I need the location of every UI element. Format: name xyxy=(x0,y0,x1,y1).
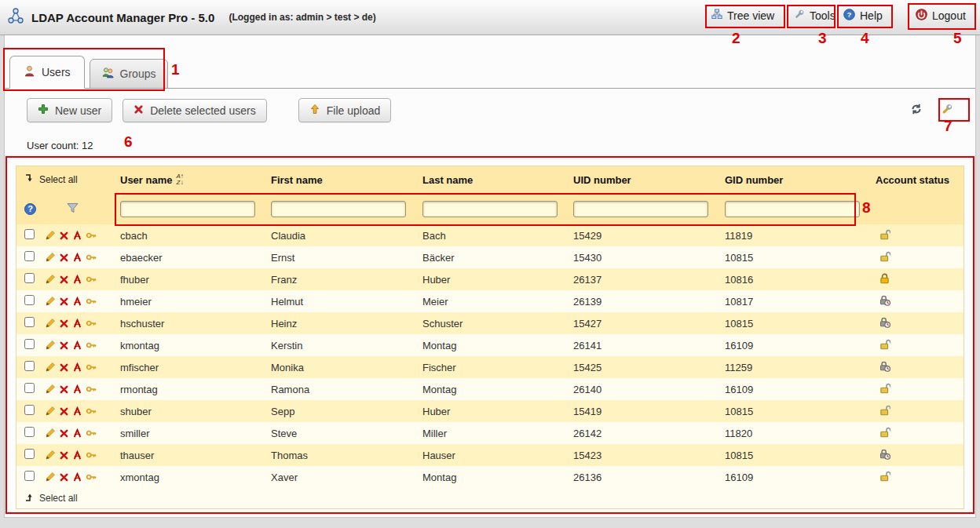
row-checkbox[interactable] xyxy=(24,251,35,261)
key-icon[interactable] xyxy=(86,384,97,395)
delete-icon[interactable] xyxy=(59,384,69,395)
pdf-icon[interactable] xyxy=(72,362,82,373)
expired-icon[interactable] xyxy=(879,448,890,460)
filter-input-last-name[interactable] xyxy=(422,201,558,217)
delete-icon[interactable] xyxy=(59,362,69,373)
logout-button[interactable]: Logout xyxy=(916,9,966,23)
expired-icon[interactable] xyxy=(879,360,890,372)
delete-icon[interactable] xyxy=(59,231,69,241)
key-icon[interactable] xyxy=(86,450,97,461)
pencil-icon[interactable] xyxy=(45,450,56,461)
unlocked-icon[interactable] xyxy=(879,470,890,482)
row-checkbox[interactable] xyxy=(24,361,35,371)
pdf-icon[interactable] xyxy=(72,384,82,395)
unlocked-icon[interactable] xyxy=(879,382,890,394)
pdf-icon[interactable] xyxy=(72,319,82,329)
row-checkbox[interactable] xyxy=(24,339,35,349)
filter-input-first-name[interactable] xyxy=(271,201,406,217)
row-checkbox[interactable] xyxy=(24,383,35,393)
question-icon[interactable]: ? xyxy=(24,203,36,215)
filter-input-gid-number[interactable] xyxy=(725,201,860,217)
unlocked-icon[interactable] xyxy=(879,228,890,240)
locked-icon[interactable] xyxy=(879,272,890,284)
pencil-icon[interactable] xyxy=(45,406,56,417)
row-checkbox[interactable] xyxy=(24,449,35,459)
cell-account-status xyxy=(876,228,964,242)
filter-input-uid-number[interactable] xyxy=(573,201,708,217)
key-icon[interactable] xyxy=(86,274,97,285)
delete-icon[interactable] xyxy=(59,253,69,263)
pdf-icon[interactable] xyxy=(72,472,82,482)
pencil-icon[interactable] xyxy=(45,384,56,395)
unlocked-icon[interactable] xyxy=(879,250,890,262)
delete-icon[interactable] xyxy=(59,450,69,461)
select-all-bottom[interactable]: Select all xyxy=(16,488,964,508)
tab-users[interactable]: Users xyxy=(9,56,85,89)
column-header-user-name-label: User name xyxy=(120,174,172,186)
key-icon[interactable] xyxy=(86,340,97,351)
row-checkbox[interactable] xyxy=(24,295,35,305)
row-checkbox[interactable] xyxy=(24,405,35,415)
pencil-icon[interactable] xyxy=(45,296,56,307)
delete-icon[interactable] xyxy=(59,406,69,417)
row-checkbox[interactable] xyxy=(24,273,35,283)
delete-icon[interactable] xyxy=(59,428,69,439)
tab-groups[interactable]: Groups xyxy=(90,59,169,89)
key-icon[interactable] xyxy=(86,472,97,482)
delete-icon[interactable] xyxy=(59,340,69,351)
pdf-icon[interactable] xyxy=(72,428,82,439)
select-all-top[interactable]: Select all xyxy=(24,173,120,186)
pencil-icon[interactable] xyxy=(45,252,56,263)
key-icon[interactable] xyxy=(86,318,97,329)
pdf-icon[interactable] xyxy=(72,340,82,351)
row-checkbox[interactable] xyxy=(24,427,35,437)
table-row: hschuster Heinz Schuster 15427 10815 xyxy=(16,312,964,334)
pdf-icon[interactable] xyxy=(72,275,82,285)
tree-view-button[interactable]: Tree view xyxy=(711,9,774,22)
key-icon[interactable] xyxy=(86,362,97,373)
unlocked-icon[interactable] xyxy=(879,404,890,416)
delete-icon[interactable] xyxy=(59,275,69,285)
sort-icon[interactable]: A Z ↑ ↓ xyxy=(176,173,183,186)
expired-icon[interactable] xyxy=(879,316,890,328)
delete-icon[interactable] xyxy=(59,297,69,307)
unlocked-icon[interactable] xyxy=(879,338,890,350)
filter-input-user-name[interactable] xyxy=(120,201,255,217)
key-icon[interactable] xyxy=(86,428,97,439)
pencil-icon[interactable] xyxy=(45,318,56,329)
pdf-icon[interactable] xyxy=(72,406,82,417)
pencil-icon[interactable] xyxy=(45,340,56,351)
key-icon[interactable] xyxy=(86,406,97,417)
help-label: Help xyxy=(860,9,883,22)
key-icon[interactable] xyxy=(86,252,97,263)
svg-text:?: ? xyxy=(847,10,852,19)
funnel-icon[interactable] xyxy=(67,204,79,216)
tools-button[interactable]: Tools xyxy=(793,9,836,23)
new-user-button[interactable]: New user xyxy=(27,98,112,122)
pdf-icon[interactable] xyxy=(72,253,82,263)
unlocked-icon[interactable] xyxy=(879,426,890,438)
file-upload-button[interactable]: File upload xyxy=(298,98,392,122)
pdf-icon[interactable] xyxy=(72,231,82,241)
pdf-icon[interactable] xyxy=(72,297,82,307)
help-button[interactable]: ? Help xyxy=(843,9,883,23)
delete-icon[interactable] xyxy=(59,472,69,482)
delete-selected-users-button[interactable]: Delete selected users xyxy=(122,99,267,122)
pencil-icon[interactable] xyxy=(45,428,56,439)
pencil-icon[interactable] xyxy=(45,230,56,241)
key-icon[interactable] xyxy=(86,296,97,307)
pencil-icon[interactable] xyxy=(45,472,56,482)
delete-icon[interactable] xyxy=(59,319,69,329)
column-header-user-name[interactable]: User name A Z ↑ ↓ xyxy=(120,173,271,186)
pencil-icon[interactable] xyxy=(45,274,56,285)
row-checkbox[interactable] xyxy=(24,471,35,481)
row-checkbox[interactable] xyxy=(24,317,35,327)
refresh-button[interactable] xyxy=(909,101,924,119)
expired-icon[interactable] xyxy=(879,294,890,306)
key-icon[interactable] xyxy=(86,230,97,241)
pencil-icon[interactable] xyxy=(45,362,56,373)
column-header-account-status: Account status xyxy=(876,174,964,186)
pdf-icon[interactable] xyxy=(72,450,82,461)
list-settings-button[interactable] xyxy=(938,101,955,120)
row-checkbox[interactable] xyxy=(24,229,35,239)
